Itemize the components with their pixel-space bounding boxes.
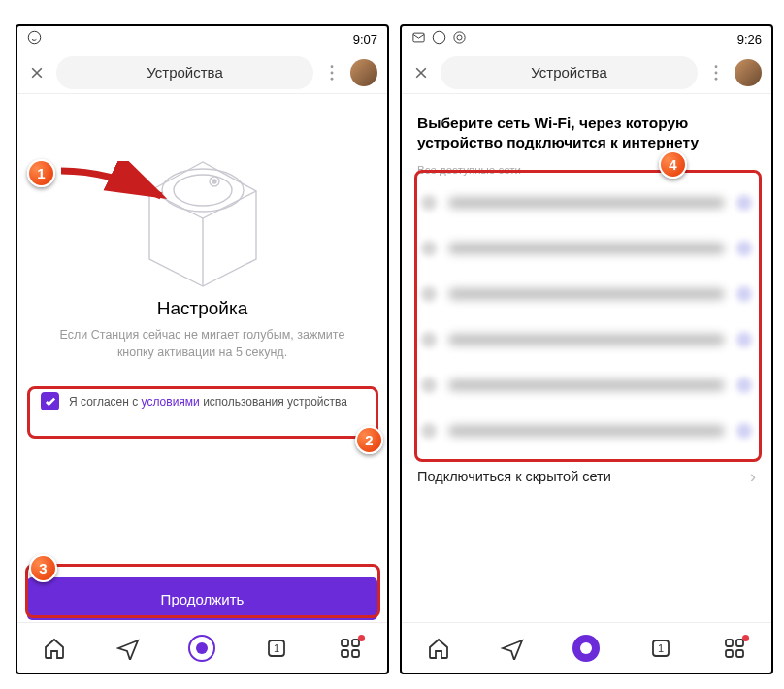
- clock: 9:26: [737, 32, 762, 47]
- lock-icon: [736, 377, 752, 393]
- svg-rect-12: [342, 650, 348, 657]
- svg-text:1: 1: [274, 642, 279, 654]
- content-area: Выберите сеть Wi-Fi, через которую устро…: [402, 94, 771, 622]
- wifi-network-item[interactable]: [415, 271, 758, 316]
- whatsapp-icon: [27, 30, 42, 48]
- chevron-right-icon: ›: [750, 467, 756, 487]
- nav-alice-icon[interactable]: [572, 635, 600, 662]
- whatsapp-icon: [432, 30, 446, 48]
- lock-icon: [736, 286, 752, 302]
- nav-services-icon[interactable]: [721, 635, 748, 662]
- wifi-network-item[interactable]: [415, 316, 758, 362]
- terms-checkbox[interactable]: [41, 392, 59, 410]
- all-networks-label: Все доступные сети: [415, 158, 758, 180]
- svg-rect-26: [736, 650, 743, 657]
- wifi-signal-icon: [421, 423, 437, 439]
- nav-alice-icon[interactable]: [188, 635, 215, 662]
- wifi-network-item[interactable]: [415, 408, 758, 453]
- close-icon[interactable]: [27, 63, 47, 82]
- setup-title: Настройка: [31, 298, 374, 319]
- device-illustration: [106, 133, 300, 288]
- page-title-pill[interactable]: Устройства: [56, 56, 313, 89]
- continue-button[interactable]: Продолжить: [27, 577, 377, 620]
- close-icon[interactable]: [411, 63, 431, 82]
- status-bar: 9:07: [17, 26, 387, 51]
- callout-2: 2: [355, 426, 383, 454]
- lock-icon: [736, 332, 752, 347]
- nav-home-icon[interactable]: [41, 635, 68, 662]
- svg-point-17: [457, 35, 462, 40]
- nav-tabs-icon[interactable]: 1: [647, 635, 674, 662]
- nav-send-icon[interactable]: [114, 635, 142, 662]
- svg-point-15: [433, 31, 445, 44]
- more-icon[interactable]: [323, 65, 341, 81]
- wifi-signal-icon: [421, 195, 437, 211]
- toolbar: Устройства: [17, 51, 387, 94]
- wifi-network-name: [448, 197, 725, 209]
- nav-send-icon[interactable]: [499, 635, 526, 662]
- wifi-signal-icon: [421, 377, 437, 393]
- page-title: Устройства: [147, 64, 222, 81]
- svg-rect-10: [342, 640, 348, 646]
- lock-icon: [736, 195, 752, 211]
- lock-icon: [736, 423, 752, 439]
- svg-point-1: [331, 65, 334, 68]
- svg-rect-13: [352, 650, 359, 657]
- bottom-nav: 1: [402, 622, 771, 673]
- wifi-network-name: [448, 379, 725, 391]
- bottom-nav: 1: [17, 622, 387, 673]
- toolbar: Устройства: [402, 51, 771, 94]
- terms-text: Я согласен с условиями использования уст…: [69, 395, 347, 409]
- terms-link[interactable]: условиями: [142, 395, 200, 409]
- callout-3: 3: [29, 554, 57, 582]
- status-bar: 9:26: [402, 26, 771, 51]
- page-title-pill[interactable]: Устройства: [441, 56, 698, 89]
- wifi-network-item[interactable]: [415, 225, 758, 271]
- setup-description: Если Станция сейчас не мигает голубым, з…: [50, 327, 354, 361]
- callout-1: 1: [27, 159, 55, 187]
- nav-home-icon[interactable]: [425, 635, 452, 662]
- notification-dot-icon: [742, 635, 749, 641]
- svg-rect-23: [726, 640, 733, 646]
- wifi-network-item[interactable]: [415, 362, 758, 408]
- nav-tabs-icon[interactable]: 1: [263, 635, 290, 662]
- callout-4: 4: [659, 150, 687, 179]
- lock-icon: [736, 241, 752, 256]
- hidden-network-label: Подключиться к скрытой сети: [417, 469, 611, 484]
- wifi-list: [415, 180, 758, 453]
- avatar[interactable]: [350, 59, 377, 86]
- wifi-signal-icon: [421, 286, 437, 302]
- more-icon[interactable]: [707, 65, 725, 81]
- wifi-network-name: [448, 243, 725, 254]
- notification-dot-icon: [358, 635, 365, 641]
- wifi-signal-icon: [421, 332, 437, 347]
- wifi-signal-icon: [421, 241, 437, 256]
- svg-point-5: [174, 175, 232, 206]
- wifi-network-name: [448, 425, 725, 437]
- svg-text:1: 1: [658, 642, 664, 654]
- svg-point-2: [331, 71, 334, 74]
- nav-services-icon[interactable]: [337, 635, 364, 662]
- svg-point-20: [715, 77, 718, 80]
- screenshot-right: 9:26 Устройства Выберите сеть Wi-Fi, чер…: [400, 24, 773, 674]
- terms-row[interactable]: Я согласен с условиями использования уст…: [31, 378, 374, 424]
- wifi-network-item[interactable]: [415, 180, 758, 225]
- content-area: Настройка Если Станция сейчас не мигает …: [17, 94, 387, 622]
- wifi-heading: Выберите сеть Wi-Fi, через которую устро…: [415, 104, 758, 158]
- svg-point-18: [715, 65, 718, 68]
- svg-point-3: [331, 77, 334, 80]
- at-icon: [452, 30, 467, 48]
- page-title: Устройства: [531, 64, 606, 81]
- svg-point-16: [454, 32, 465, 43]
- svg-point-7: [212, 180, 216, 183]
- svg-point-19: [715, 71, 718, 74]
- screenshot-left: 9:07 Устройства: [16, 24, 389, 674]
- avatar[interactable]: [735, 59, 762, 86]
- svg-rect-25: [726, 650, 733, 657]
- wifi-network-name: [448, 288, 725, 300]
- hidden-network-button[interactable]: Подключиться к скрытой сети ›: [415, 453, 758, 500]
- mail-icon: [411, 30, 426, 48]
- clock: 9:07: [353, 32, 377, 47]
- svg-point-0: [28, 31, 41, 44]
- svg-rect-14: [413, 33, 424, 42]
